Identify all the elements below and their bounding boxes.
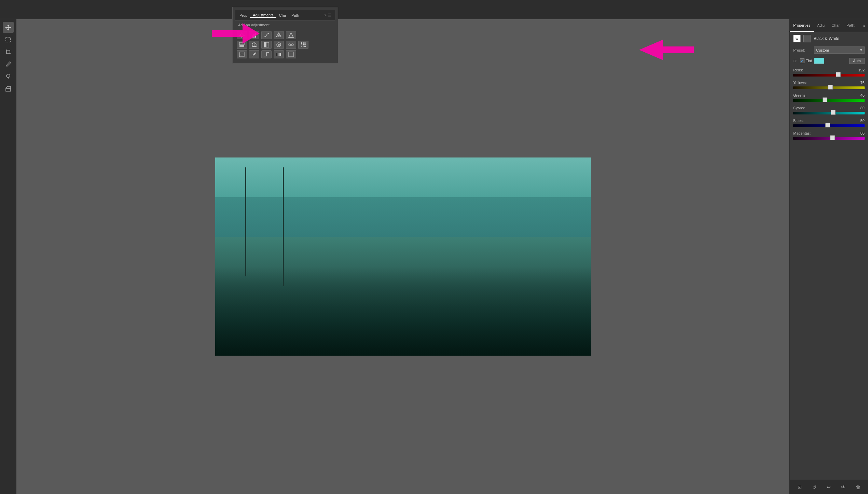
svg-rect-34 <box>276 53 281 56</box>
auto-button[interactable]: Auto <box>849 58 865 64</box>
move-tool[interactable] <box>3 22 14 33</box>
main-layout: Properties Adju Char Path: » W Black & W… <box>0 19 868 494</box>
adj-invert-icon[interactable] <box>237 50 247 58</box>
hand-tool-icon[interactable]: ☞ <box>793 58 798 64</box>
svg-point-23 <box>291 44 293 46</box>
slider-thumb-4[interactable] <box>825 123 830 127</box>
adj-colorlookup-icon[interactable] <box>298 41 308 49</box>
panel-title: Black & White <box>814 36 839 41</box>
slider-thumb-0[interactable] <box>836 72 841 77</box>
slider-label-5: Magentas: <box>793 131 811 135</box>
tab-more-btn[interactable]: » ☰ <box>322 13 334 17</box>
svg-rect-37 <box>6 37 11 42</box>
right-panel-footer: ⊡ ↺ ↩ 👁 🗑 <box>790 480 868 494</box>
adj-gradientmap-icon[interactable] <box>274 50 284 58</box>
adj-curves-icon[interactable] <box>261 31 272 39</box>
tab-properties[interactable]: Properties <box>790 19 814 32</box>
slider-value-3: 89 <box>860 106 865 110</box>
slider-thumb-2[interactable] <box>823 97 827 102</box>
tint-row: ☞ ✓ Tint Auto <box>790 56 868 67</box>
adj-vibrance-icon[interactable] <box>286 31 296 39</box>
panel-title-row: W Black & White <box>790 32 868 45</box>
right-arrow <box>639 36 694 64</box>
select-tool[interactable] <box>3 34 14 45</box>
slider-bg-3 <box>793 112 865 114</box>
slider-value-0: 192 <box>858 68 865 72</box>
svg-rect-32 <box>304 46 306 47</box>
slider-value-5: 80 <box>860 131 865 135</box>
slider-value-4: 50 <box>860 119 865 123</box>
slider-label-2: Greens: <box>793 93 807 97</box>
svg-rect-28 <box>303 44 304 45</box>
slider-track-1[interactable] <box>793 86 865 90</box>
beach-image <box>215 157 591 356</box>
svg-marker-36 <box>212 23 260 44</box>
adj-selectivecolor-icon[interactable] <box>286 50 296 58</box>
footer-reset-icon[interactable]: ↩ <box>825 483 833 491</box>
crop-tool[interactable] <box>3 46 14 57</box>
slider-track-5[interactable] <box>793 136 865 140</box>
slider-thumb-5[interactable] <box>830 135 835 140</box>
tint-checkbox-box[interactable]: ✓ <box>800 58 804 63</box>
svg-rect-24 <box>301 42 302 44</box>
tab-cha[interactable]: Cha <box>276 13 289 17</box>
tab-adju[interactable]: Adju <box>814 19 828 32</box>
tab-path[interactable]: Path: <box>843 19 859 32</box>
tab-adjustments[interactable]: Adjustments <box>250 13 276 18</box>
slider-track-3[interactable] <box>793 111 865 115</box>
adj-panel-tabs: Prop Adjustments Cha Path » ☰ <box>235 10 335 21</box>
footer-visibility-icon[interactable]: 👁 <box>839 483 848 491</box>
footer-clip-icon[interactable]: ⊡ <box>796 483 804 491</box>
slider-label-4: Blues: <box>793 119 804 123</box>
clone-tool[interactable] <box>3 71 14 82</box>
top-bar: Prop Adjustments Cha Path » ☰ Add an adj… <box>0 0 868 19</box>
tab-path[interactable]: Path <box>289 13 302 17</box>
slider-bg-0 <box>793 74 865 77</box>
svg-rect-31 <box>303 46 304 47</box>
tab-prop[interactable]: Prop <box>237 13 250 17</box>
left-tools <box>0 19 16 494</box>
adj-posterize-icon[interactable] <box>249 50 259 58</box>
slider-row-magentas: Magentas: 80 <box>793 131 865 140</box>
adj-channelmixer-icon[interactable] <box>286 41 296 49</box>
svg-point-21 <box>278 44 280 46</box>
preset-dropdown[interactable]: Custom ▾ <box>814 46 865 54</box>
adj-threshold-icon[interactable] <box>261 50 272 58</box>
tab-more[interactable]: » <box>863 24 868 28</box>
svg-rect-29 <box>304 44 306 45</box>
tab-char[interactable]: Char <box>828 19 843 32</box>
svg-rect-27 <box>301 44 302 45</box>
tint-checkbox[interactable]: ✓ Tint <box>800 58 812 63</box>
preset-label: Preset: <box>793 48 811 52</box>
svg-rect-30 <box>301 46 302 47</box>
footer-delete-icon[interactable]: 🗑 <box>854 483 862 491</box>
adj-photofilter-icon[interactable] <box>274 41 284 49</box>
brush-tool[interactable] <box>3 59 14 70</box>
canvas-area <box>16 19 789 494</box>
preset-row: Preset: Custom ▾ <box>790 45 868 56</box>
adj-icons-row-3 <box>237 50 334 58</box>
checkbox-check-icon: ✓ <box>801 59 803 63</box>
slider-track-4[interactable] <box>793 124 865 128</box>
slider-label-0: Reds: <box>793 68 803 72</box>
svg-rect-39 <box>6 88 11 91</box>
eraser-tool[interactable] <box>3 83 14 94</box>
tint-color-swatch[interactable] <box>814 58 824 64</box>
right-panel: Properties Adju Char Path: » W Black & W… <box>789 19 868 494</box>
bw-white-icon: W <box>793 35 801 42</box>
bw-black-icon <box>803 35 811 42</box>
slider-thumb-3[interactable] <box>831 110 836 115</box>
slider-row-blues: Blues: 50 <box>793 119 865 128</box>
adj-exposure-icon[interactable] <box>274 31 284 39</box>
right-panel-tabs: Properties Adju Char Path: » <box>790 19 868 32</box>
slider-row-cyans: Cyans: 89 <box>793 106 865 115</box>
slider-track-2[interactable] <box>793 98 865 102</box>
adj-bw-icon[interactable] <box>261 41 272 49</box>
slider-bg-2 <box>793 99 865 102</box>
slider-label-3: Cyans: <box>793 106 805 110</box>
slider-track-0[interactable] <box>793 73 865 77</box>
slider-row-greens: Greens: 40 <box>793 93 865 102</box>
slider-thumb-1[interactable] <box>828 85 833 90</box>
svg-marker-40 <box>639 40 694 60</box>
footer-previous-icon[interactable]: ↺ <box>810 483 818 491</box>
